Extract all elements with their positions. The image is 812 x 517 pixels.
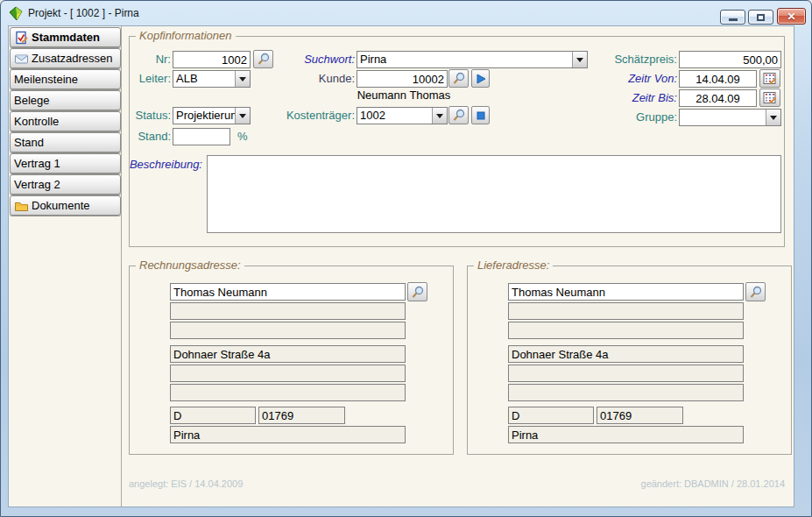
minimize-button[interactable]	[720, 10, 745, 25]
rechnungsadresse-name1-input[interactable]	[170, 283, 406, 301]
lieferadresse-ort-input[interactable]	[508, 426, 744, 443]
rechnungsadresse-name2-input[interactable]	[170, 302, 406, 320]
folder-icon	[14, 199, 29, 213]
zeitr-bis-calendar-button[interactable]	[759, 89, 780, 107]
rechnungsadresse-search-button[interactable]	[407, 282, 427, 301]
minimize-icon	[729, 18, 738, 21]
beschreibung-label: Beschreibung:	[124, 156, 202, 174]
lieferadresse-plz-input[interactable]	[597, 407, 683, 424]
magnifier-icon	[411, 286, 425, 299]
lieferadresse-strasse1-input[interactable]	[508, 345, 744, 363]
kunde-go-button[interactable]	[471, 69, 490, 88]
kunde-search-button[interactable]	[448, 69, 469, 88]
sidebar-item-label: Stand	[14, 136, 44, 149]
rechnungsadresse-plz-input[interactable]	[258, 407, 345, 424]
suchwort-value: Pirna	[357, 52, 572, 67]
zeitr-von-calendar-button[interactable]	[759, 69, 780, 88]
status-label: Status:	[115, 107, 171, 124]
app-window: Projekt - [ 1002 ] - Pirna ✕ Stammdaten …	[0, 0, 812, 517]
schaetzpreis-label: Schätzpreis:	[590, 51, 677, 68]
gruppe-dropdown[interactable]	[679, 109, 781, 126]
chevron-down-icon[interactable]	[766, 110, 780, 125]
lieferadresse-strasse3-input[interactable]	[508, 384, 744, 401]
angelegt-status-text: angelegt: EIS / 14.04.2009	[129, 478, 243, 489]
stand-input[interactable]	[173, 128, 230, 145]
sidebar-item-label: Vertrag 1	[14, 157, 60, 170]
calendar-icon	[763, 72, 777, 85]
magnifier-icon	[257, 53, 271, 66]
sidebar-item-zusatzadressen[interactable]: Zusatzadressen	[10, 48, 121, 68]
zeitr-von-label: Zeitr Von:	[598, 70, 677, 88]
rechnungsadresse-strasse1-input[interactable]	[170, 345, 406, 363]
leiter-value: ALB	[173, 71, 235, 87]
kostentraeger-dropdown[interactable]: 1002	[357, 107, 448, 124]
lieferadresse-legend: Lieferadresse:	[474, 258, 553, 272]
rechnungsadresse-ort-input[interactable]	[170, 426, 406, 443]
sidebar-item-label: Zusatzadressen	[32, 52, 113, 65]
stand-percent-label: %	[237, 128, 255, 145]
rechnungsadresse-land-input[interactable]	[170, 407, 256, 424]
nr-input[interactable]	[173, 51, 251, 68]
rechnungsadresse-strasse3-input[interactable]	[170, 384, 406, 401]
schaetzpreis-input[interactable]	[679, 51, 781, 68]
rechnungsadresse-strasse2-input[interactable]	[170, 365, 406, 382]
sidebar-item-label: Dokumente	[32, 199, 89, 212]
magnifier-icon	[452, 109, 466, 122]
clipboard-check-icon	[14, 31, 29, 45]
nr-search-button[interactable]	[253, 50, 273, 68]
sidebar-item-label: Vertrag 2	[14, 178, 60, 191]
gruppe-value	[680, 110, 766, 125]
lieferadresse-name3-input[interactable]	[508, 322, 744, 339]
sidebar-item-vertrag-2[interactable]: Vertrag 2	[10, 174, 121, 195]
lieferadresse-name2-input[interactable]	[508, 302, 744, 320]
status-value: Projektierun	[173, 108, 235, 124]
close-button[interactable]: ✕	[777, 8, 806, 25]
chevron-down-icon[interactable]	[235, 108, 250, 124]
beschreibung-textarea[interactable]	[207, 155, 781, 233]
kostentraeger-value: 1002	[357, 108, 432, 124]
lieferadresse-search-button[interactable]	[745, 282, 766, 301]
rechnungsadresse-name3-input[interactable]	[170, 322, 406, 339]
sidebar-item-label: Kontrolle	[14, 115, 59, 128]
lieferadresse-strasse2-input[interactable]	[508, 365, 744, 382]
window-title: Projekt - [ 1002 ] - Pirna	[28, 7, 139, 19]
kostentraeger-stop-button[interactable]	[471, 106, 490, 124]
leiter-label: Leiter:	[115, 70, 171, 88]
sidebar-item-stammdaten[interactable]: Stammdaten	[10, 27, 121, 47]
sidebar-item-meilensteine[interactable]: Meilensteine	[10, 69, 121, 89]
zeitr-bis-input[interactable]	[679, 89, 757, 107]
sidebar-item-label: Stammdaten	[32, 31, 100, 44]
play-icon	[475, 73, 487, 85]
suchwort-label: Suchwort:	[281, 51, 355, 68]
chevron-down-icon[interactable]	[432, 108, 447, 124]
leiter-dropdown[interactable]: ALB	[173, 70, 251, 88]
sidebar-item-stand[interactable]: Stand	[10, 132, 121, 152]
geaendert-status-text: geändert: DBADMIN / 28.01.2014	[522, 478, 785, 489]
kopfinformationen-legend: Kopfinformationen	[136, 29, 236, 42]
status-dropdown[interactable]: Projektierun	[173, 107, 251, 124]
nr-label: Nr:	[127, 51, 171, 68]
kunde-label: Kunde:	[281, 70, 355, 88]
sidebar-item-dokumente[interactable]: Dokumente	[10, 195, 121, 216]
close-icon: ✕	[787, 11, 795, 22]
kunde-name-text: Neumann Thomas	[351, 89, 456, 102]
lieferadresse-land-input[interactable]	[508, 407, 594, 424]
chevron-down-icon[interactable]	[572, 52, 587, 67]
suchwort-combobox[interactable]: Pirna	[357, 51, 588, 68]
maximize-icon	[757, 14, 765, 21]
kunde-input[interactable]	[357, 70, 448, 88]
kostentraeger-label: Kostenträger:	[272, 107, 355, 124]
sidebar-item-kontrolle[interactable]: Kontrolle	[10, 111, 121, 131]
green-gem-icon	[8, 5, 25, 22]
sidebar-divider	[121, 26, 122, 506]
stand-label: Stand:	[115, 128, 171, 145]
sidebar-item-belege[interactable]: Belege	[10, 90, 121, 110]
zeitr-von-input[interactable]	[679, 70, 757, 88]
title-bar: Projekt - [ 1002 ] - Pirna ✕	[1, 1, 811, 25]
lieferadresse-name1-input[interactable]	[508, 283, 744, 301]
kostentraeger-search-button[interactable]	[448, 106, 469, 124]
maximize-button[interactable]	[748, 10, 773, 25]
chevron-down-icon[interactable]	[235, 71, 250, 87]
sidebar-item-vertrag-1[interactable]: Vertrag 1	[10, 153, 121, 174]
calendar-icon	[763, 91, 777, 104]
